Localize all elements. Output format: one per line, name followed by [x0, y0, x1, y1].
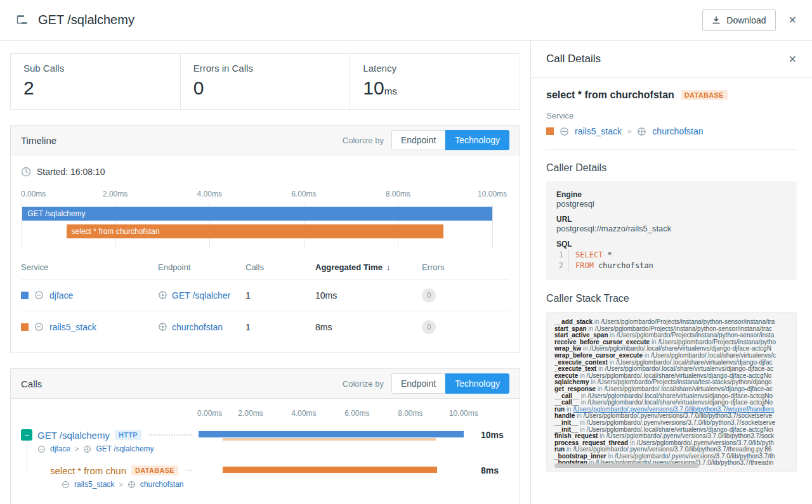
- calls-count: 1: [239, 322, 315, 332]
- endpoint-link[interactable]: GET /sqlalchemy: [96, 444, 154, 453]
- colorize-technology-button[interactable]: Technology: [445, 373, 509, 394]
- table-row: djface GET /sqlalcher 1 10ms 0: [21, 279, 509, 311]
- stack-frame-function: finish_request: [554, 433, 598, 439]
- stat-label: Errors in Calls: [193, 63, 337, 74]
- service-icon: [37, 445, 46, 453]
- stat-cards: Sub Calls 2 Errors in Calls 0 Latency 10…: [10, 53, 520, 110]
- stack-in-word: in: [580, 427, 585, 433]
- stack-in-word: in: [580, 373, 585, 379]
- service-color-swatch: [21, 292, 29, 299]
- trace-icon: [15, 13, 29, 27]
- horizontal-scrollbar[interactable]: [554, 463, 699, 468]
- stack-frame-path: /Users/pglombardo/Projects/instana/pytho…: [595, 326, 772, 332]
- call-tree-row-root: − GET /sqlalchemy HTTP 10ms: [21, 427, 509, 443]
- stack-in-word: in: [566, 446, 572, 453]
- database-badge: DATABASE: [681, 90, 728, 100]
- timeline-bar-database[interactable]: select * from churchofstan: [67, 224, 443, 238]
- sql-code-block: 1 SELECT * 2 FROM churchofstan: [556, 250, 787, 271]
- stack-frame-path: /Users/pglombardo/.pyenv/versions/3.7.0/…: [587, 420, 775, 426]
- trace-main: Sub Calls 2 Errors in Calls 0 Latency 10…: [0, 41, 530, 504]
- service-label: Service: [546, 111, 797, 120]
- sql-line: 1 SELECT *: [556, 250, 787, 261]
- colorize-endpoint-button[interactable]: Endpoint: [391, 130, 445, 150]
- column-header-endpoint[interactable]: Endpoint: [158, 262, 239, 272]
- colorize-endpoint-button[interactable]: Endpoint: [391, 373, 445, 394]
- column-header-calls[interactable]: Calls: [239, 262, 315, 272]
- calls-panel-title: Calls: [21, 378, 42, 389]
- axis-tick: 0.00ms: [21, 190, 46, 198]
- started-label: Started: 16:08:10: [37, 167, 105, 177]
- call-link[interactable]: GET /sqlalchemy: [37, 430, 110, 441]
- stat-card-sub-calls: Sub Calls 2: [10, 53, 181, 110]
- stack-frame: sqlalchemy in /Users/pglombardo/Projects…: [554, 379, 789, 386]
- call-link[interactable]: select * from churc...: [50, 465, 126, 476]
- stack-frame: wrap_before_cursor_execute in /Users/pgl…: [554, 352, 789, 359]
- stack-frame-function: wrap_before_cursor_execute: [554, 352, 643, 359]
- stack-frame: __call__ in /Users/pglombardo/.local/sha…: [554, 399, 789, 406]
- line-number: 1: [556, 250, 569, 261]
- engine-value: postgresql: [556, 199, 787, 209]
- stack-frame-path: /Users/pglombardo/.pyenv/versions/3.7.0/…: [573, 446, 771, 453]
- call-bar-database[interactable]: [223, 467, 436, 473]
- service-table: Service Endpoint Calls Aggregated Time ↓…: [21, 255, 509, 342]
- stack-in-word: in: [583, 346, 588, 352]
- axis-tick: 6.00ms: [291, 190, 316, 198]
- endpoint-link[interactable]: GET /sqlalcher: [172, 290, 230, 300]
- collapse-button[interactable]: −: [21, 429, 32, 441]
- stack-frame-function: start_active_span: [554, 332, 608, 339]
- axis-tick: 0.00ms: [197, 409, 222, 418]
- colorize-technology-button[interactable]: Technology: [445, 130, 509, 150]
- axis-tick: 2.00ms: [238, 409, 263, 418]
- http-badge: HTTP: [115, 430, 141, 440]
- close-trace-button[interactable]: ✕: [789, 14, 797, 26]
- axis-tick: 10.00ms: [449, 409, 478, 418]
- sql-text: *: [603, 250, 612, 259]
- stack-frame: _execute_context in /Users/pglombardo/.l…: [554, 359, 789, 366]
- stat-label: Latency: [363, 63, 507, 74]
- stat-value: 10: [363, 77, 384, 98]
- close-details-button[interactable]: ✕: [789, 53, 797, 65]
- service-link[interactable]: djface: [49, 290, 73, 300]
- sql-keyword: SELECT: [575, 250, 603, 259]
- stack-in-word: in: [581, 393, 586, 399]
- column-header-errors[interactable]: Errors: [422, 262, 504, 272]
- call-bar-http[interactable]: [199, 431, 464, 437]
- endpoint-link[interactable]: churchofstan: [652, 126, 703, 136]
- stack-frame-function: __call__: [554, 393, 579, 399]
- column-header-aggregated-time[interactable]: Aggregated Time ↓: [315, 262, 422, 272]
- stack-frame-path-link[interactable]: /Users/pglombardo/.pyenv/versions/3.7.0/…: [573, 406, 774, 413]
- axis-tick: 2.00ms: [103, 190, 128, 198]
- column-header-service[interactable]: Service: [21, 262, 158, 272]
- timeline-bar-http[interactable]: GET /sqlalchemy: [22, 207, 492, 221]
- clock-icon: [21, 167, 31, 177]
- service-link[interactable]: rails5_stack: [74, 480, 114, 489]
- call-duration: 10ms: [473, 430, 504, 440]
- call-breadcrumb: rails5_stack > churchofstan: [62, 480, 509, 489]
- endpoint-link[interactable]: churchofstan: [140, 480, 184, 489]
- stack-frame-function: start_span: [554, 326, 587, 332]
- service-link[interactable]: rails5_stack: [575, 126, 622, 136]
- stack-frame: execute in /Users/pglombardo/.local/shar…: [554, 373, 789, 380]
- stack-frame-path: /Users/pglombardo/Projects/instana/pytho: [658, 339, 776, 346]
- stack-frame-path: /Users/pglombardo/.local/share/virtualen…: [605, 366, 774, 372]
- service-link[interactable]: djface: [50, 444, 70, 453]
- service-breadcrumb: rails5_stack > churchofstan: [546, 126, 797, 150]
- axis-tick: 6.00ms: [344, 409, 369, 418]
- service-icon: [560, 127, 569, 136]
- stat-card-latency: Latency 10ms: [350, 53, 520, 110]
- stack-frame-function: sqlalchemy: [554, 379, 589, 385]
- stack-frame: start_active_span in /Users/pglombardo/P…: [554, 332, 789, 339]
- url-value: postgresql://mazzo/rails5_stack: [556, 224, 787, 233]
- stack-frame-path: /Users/pglombardo/.local/share/virtualen…: [587, 399, 773, 406]
- breadcrumb-separator: >: [627, 127, 631, 135]
- download-button[interactable]: Download: [702, 10, 775, 31]
- axis-tick: 10.00ms: [478, 190, 507, 198]
- selected-call-name: select * from churchofstan: [546, 89, 674, 101]
- stack-frame-path: /Users/pglombardo/Projects/instana/pytho…: [617, 332, 774, 339]
- table-row: rails5_stack churchofstan 1 8ms 0: [21, 311, 509, 342]
- stack-in-word: in: [588, 326, 593, 332]
- stack-frame-path: /Users/pglombardo/.local/share/virtualen…: [587, 373, 772, 379]
- endpoint-link[interactable]: churchofstan: [172, 322, 223, 332]
- service-link[interactable]: rails5_stack: [49, 322, 96, 332]
- stack-frame-path: /Users/pglombardo/.pyenv/versions/3.7.0/…: [606, 433, 775, 439]
